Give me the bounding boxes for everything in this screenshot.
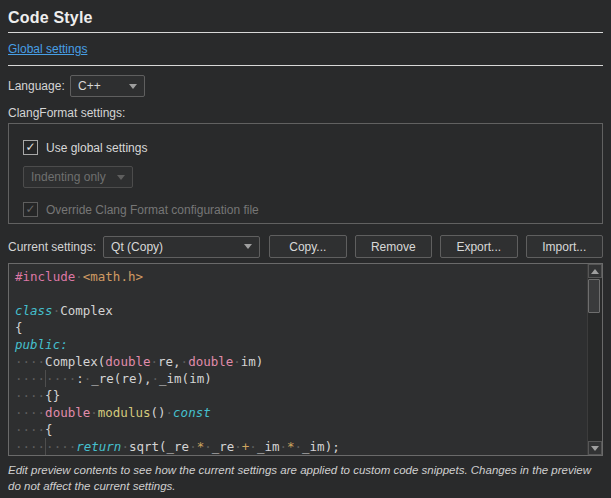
- code-area[interactable]: #include·<math.h> class·Complex{public:·…: [9, 264, 602, 455]
- current-settings-label: Current settings:: [8, 240, 96, 254]
- current-settings-dropdown[interactable]: Qt (Copy): [103, 236, 260, 258]
- clangformat-section-label: ClangFormat settings:: [8, 106, 603, 121]
- global-settings-link[interactable]: Global settings: [8, 42, 87, 56]
- vertical-scrollbar[interactable]: [587, 264, 602, 455]
- clangformat-groupbox: ✓ Use global settings Indenting only ✓ O…: [8, 123, 603, 224]
- code-line: ····{: [15, 421, 602, 438]
- page-title: Code Style: [8, 0, 603, 27]
- code-preview-editor[interactable]: #include·<math.h> class·Complex{public:·…: [8, 263, 603, 456]
- scroll-up-button[interactable]: [588, 264, 602, 278]
- code-line: [15, 285, 602, 302]
- language-row: Language: C++: [8, 75, 603, 97]
- checkbox-box: ✓: [23, 140, 38, 155]
- language-label: Language:: [8, 79, 70, 93]
- link-separator: [8, 65, 603, 66]
- export-button[interactable]: Export...: [440, 235, 517, 258]
- override-clangformat-checkbox[interactable]: ✓ Override Clang Format configuration fi…: [23, 202, 602, 217]
- use-global-settings-label: Use global settings: [46, 141, 147, 155]
- code-line: {: [15, 319, 602, 336]
- triangle-up-icon: [591, 269, 599, 274]
- triangle-down-icon: [591, 446, 599, 451]
- current-settings-value: Qt (Copy): [111, 240, 163, 254]
- code-line: ····double·modulus()·const: [15, 404, 602, 421]
- chevron-down-icon: [129, 84, 137, 89]
- code-line: ········:·_re(re),·_im(im): [15, 370, 602, 387]
- import-button[interactable]: Import...: [526, 235, 603, 258]
- checkbox-box: ✓: [23, 202, 38, 217]
- code-style-settings-page: Code Style Global settings Language: C++…: [0, 0, 611, 494]
- copy-button[interactable]: Copy...: [269, 235, 346, 258]
- clangformat-mode-dropdown[interactable]: Indenting only: [23, 166, 133, 188]
- language-dropdown-value: C++: [78, 79, 101, 93]
- code-line: public:: [15, 336, 602, 353]
- title-separator: [8, 32, 603, 33]
- footer-note: Edit preview contents to see how the cur…: [8, 462, 603, 494]
- use-global-settings-checkbox[interactable]: ✓ Use global settings: [23, 140, 602, 155]
- override-clangformat-label: Override Clang Format configuration file: [46, 203, 259, 217]
- code-line: #include·<math.h>: [15, 268, 602, 285]
- code-line: class·Complex: [15, 302, 602, 319]
- scrollbar-thumb[interactable]: [588, 279, 600, 313]
- chevron-down-icon: [117, 175, 125, 180]
- code-line: ····Complex(double·re,·double·im): [15, 353, 602, 370]
- language-dropdown[interactable]: C++: [70, 75, 145, 97]
- remove-button[interactable]: Remove: [355, 235, 432, 258]
- checkmark-icon: ✓: [25, 141, 35, 153]
- chevron-down-icon: [244, 244, 252, 249]
- checkmark-icon: ✓: [25, 203, 35, 215]
- code-line: ····{}: [15, 387, 602, 404]
- scroll-down-button[interactable]: [588, 441, 602, 455]
- clangformat-mode-value: Indenting only: [31, 170, 106, 184]
- code-line: ········return·sqrt(_re·*·_re·+·_im·*·_i…: [15, 438, 602, 455]
- current-settings-row: Current settings: Qt (Copy) Copy... Remo…: [8, 235, 603, 258]
